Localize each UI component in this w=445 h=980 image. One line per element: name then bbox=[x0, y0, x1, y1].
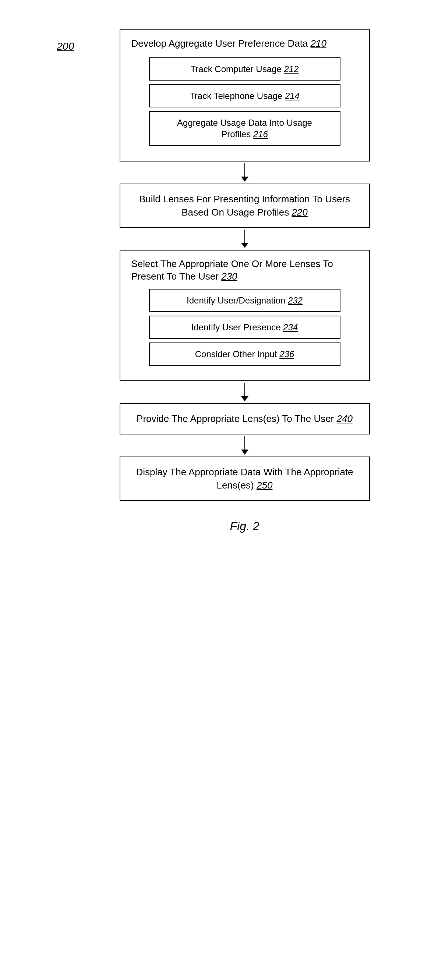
page-container: 200 Develop Aggregate User Preference Da… bbox=[0, 15, 445, 980]
box-210-title: Develop Aggregate User Preference Data 2… bbox=[131, 38, 358, 50]
box-210-label: Develop Aggregate User Preference Data bbox=[131, 38, 308, 49]
box-216-ref: 216 bbox=[253, 129, 268, 139]
box-240-ref: 240 bbox=[337, 413, 352, 424]
box-250-ref: 250 bbox=[257, 480, 273, 491]
arrow-shaft-line-4 bbox=[244, 436, 245, 450]
arrow-3 bbox=[241, 381, 249, 403]
arrow-4 bbox=[241, 434, 249, 457]
fig-caption: Fig. 2 bbox=[230, 519, 259, 533]
box-216: Aggregate Usage Data Into Usage Profiles… bbox=[149, 111, 340, 146]
diagram-wrapper: 200 Develop Aggregate User Preference Da… bbox=[57, 29, 388, 533]
box-212-label: Track Computer Usage bbox=[191, 64, 282, 74]
box-210: Develop Aggregate User Preference Data 2… bbox=[120, 29, 370, 161]
arrow-shaft-line-2 bbox=[244, 229, 245, 243]
box-220-label: Build Lenses For Presenting Information … bbox=[139, 194, 350, 218]
box-230-title: Select The Appropriate One Or More Lense… bbox=[131, 258, 358, 283]
arrow-1 bbox=[241, 161, 249, 184]
flowchart: Develop Aggregate User Preference Data 2… bbox=[79, 29, 410, 533]
box-214: Track Telephone Usage 214 bbox=[149, 84, 340, 107]
arrow-head-4 bbox=[241, 450, 249, 455]
arrow-head-1 bbox=[241, 177, 249, 182]
box-250: Display The Appropriate Data With The Ap… bbox=[120, 457, 370, 501]
arrow-shaft-2 bbox=[241, 229, 249, 248]
box-212: Track Computer Usage 212 bbox=[149, 57, 340, 81]
box-220-ref: 220 bbox=[292, 207, 307, 218]
box-240-label: Provide The Appropriate Lens(es) To The … bbox=[137, 413, 334, 424]
box-234-ref: 234 bbox=[283, 322, 298, 332]
box-250-label: Display The Appropriate Data With The Ap… bbox=[136, 466, 353, 491]
box-220: Build Lenses For Presenting Information … bbox=[120, 184, 370, 228]
box-232-label: Identify User/Designation bbox=[187, 295, 285, 305]
box-234: Identify User Presence 234 bbox=[149, 316, 340, 339]
box-234-label: Identify User Presence bbox=[191, 322, 281, 332]
box-236: Consider Other Input 236 bbox=[149, 342, 340, 366]
box-230: Select The Appropriate One Or More Lense… bbox=[120, 250, 370, 381]
box-236-label: Consider Other Input bbox=[195, 349, 277, 359]
box-214-label: Track Telephone Usage bbox=[190, 91, 282, 101]
arrow-head-3 bbox=[241, 396, 249, 401]
arrow-shaft-3 bbox=[241, 383, 249, 401]
arrow-shaft-4 bbox=[241, 436, 249, 455]
arrow-shaft-line-1 bbox=[244, 163, 245, 177]
arrow-shaft-1 bbox=[241, 163, 249, 182]
box-210-ref: 210 bbox=[311, 38, 327, 49]
box-240: Provide The Appropriate Lens(es) To The … bbox=[120, 403, 370, 434]
fig-label-200: 200 bbox=[57, 40, 74, 52]
box-216-label: Aggregate Usage Data Into Usage Profiles bbox=[177, 118, 312, 139]
box-236-ref: 236 bbox=[279, 349, 294, 359]
box-230-ref: 230 bbox=[221, 271, 237, 282]
arrow-shaft-line-3 bbox=[244, 383, 245, 396]
box-214-ref: 214 bbox=[285, 91, 300, 101]
arrow-head-2 bbox=[241, 243, 249, 248]
box-232-ref: 232 bbox=[288, 295, 303, 305]
box-212-ref: 212 bbox=[284, 64, 298, 74]
box-232: Identify User/Designation 232 bbox=[149, 289, 340, 312]
arrow-2 bbox=[241, 228, 249, 250]
